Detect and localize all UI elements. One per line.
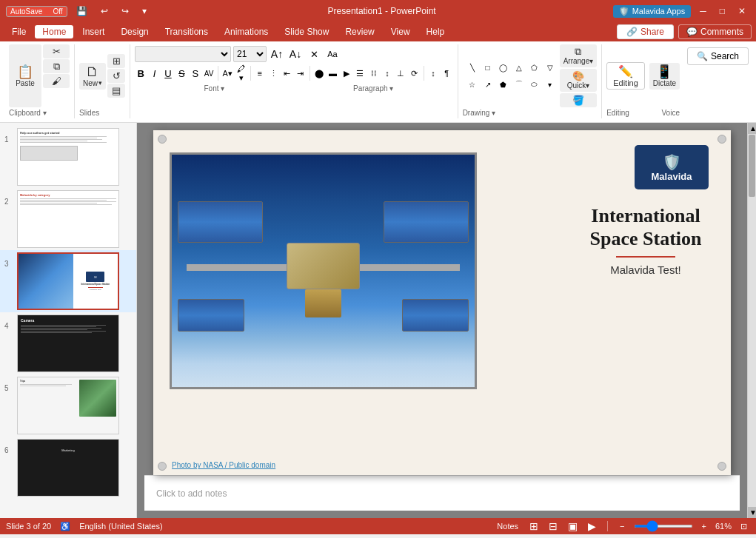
bullets-button[interactable]: ≡	[254, 65, 266, 81]
slide-title-area[interactable]: International Space Station Malavida Tes…	[575, 204, 716, 276]
fit-slide-button[interactable]: ⊡	[737, 521, 750, 532]
menu-transitions[interactable]: Transitions	[158, 25, 215, 38]
slide-thumb-5[interactable]: 5 Trips	[0, 374, 136, 437]
new-slide-button[interactable]: 🗋 New ▾	[79, 63, 106, 90]
shape-9[interactable]: ⬟	[495, 76, 512, 93]
menu-view[interactable]: View	[384, 25, 418, 38]
shape-10[interactable]: ⌒	[511, 76, 527, 93]
autosave-badge[interactable]: AutoSave Off	[6, 6, 67, 17]
section-button[interactable]: ▤	[107, 84, 125, 98]
increase-indent-button[interactable]: ⇥	[295, 65, 307, 81]
search-button[interactable]: 🔍 Search	[687, 47, 749, 65]
shape-1[interactable]: ╲	[464, 59, 481, 75]
slide-thumb-3[interactable]: 3 M International Space Station Malavida…	[0, 250, 136, 312]
shadow-button[interactable]: S	[190, 65, 201, 81]
shape-2[interactable]: □	[480, 59, 496, 75]
underline-button[interactable]: U	[162, 65, 174, 81]
menu-file[interactable]: File	[4, 25, 33, 38]
menu-slideshow[interactable]: Slide Show	[277, 25, 336, 38]
shape-5[interactable]: ⬠	[526, 59, 543, 75]
columns-button[interactable]: ⁞⁞	[367, 65, 379, 81]
zoom-slider[interactable]	[634, 525, 693, 528]
copy-button[interactable]: ⧉	[43, 59, 70, 73]
align-left-button[interactable]: ⬤	[313, 65, 325, 81]
smartart-button[interactable]: ⟳	[409, 65, 421, 81]
format-painter-button[interactable]: 🖌	[43, 74, 70, 88]
shape-3[interactable]: ◯	[495, 59, 512, 75]
align-right-button[interactable]: ▶	[341, 65, 352, 81]
shape-8[interactable]: ↗	[480, 76, 496, 93]
close-button[interactable]: ✕	[734, 4, 750, 18]
menu-design[interactable]: Design	[113, 25, 155, 38]
share-button[interactable]: 🔗 Share	[617, 24, 674, 39]
quick-styles-button[interactable]: 🎨 Quick▾	[560, 69, 598, 92]
customize-button[interactable]: ▾	[138, 4, 151, 18]
accessibility-button[interactable]: ♿	[57, 521, 73, 532]
save-button[interactable]: 💾	[72, 4, 92, 18]
minimize-button[interactable]: ─	[695, 4, 711, 18]
shape-7[interactable]: ☆	[464, 76, 481, 93]
notes-toggle-button[interactable]: Notes	[494, 521, 521, 531]
slide-image-2[interactable]: Malavida by category	[17, 190, 119, 248]
decrease-indent-button[interactable]: ⇤	[281, 65, 292, 81]
shape-fill-button[interactable]: 🪣	[560, 93, 598, 107]
comments-button[interactable]: 💬 Comments	[678, 24, 752, 39]
menu-animations[interactable]: Animations	[217, 25, 275, 38]
line-spacing-button[interactable]: ↕	[427, 65, 439, 81]
slide-thumb-2[interactable]: 2 Malavida by category	[0, 188, 136, 250]
layout-button[interactable]: ⊞	[107, 54, 125, 68]
paste-button[interactable]: 📋 Paste	[9, 44, 41, 107]
arrange-button[interactable]: ⧉ Arrange▾	[560, 44, 598, 67]
shape-more[interactable]: ▾	[542, 76, 558, 93]
font-color-button[interactable]: A▾	[221, 65, 233, 81]
font-shrink-button[interactable]: A↓	[287, 46, 304, 62]
slide-thumb-4[interactable]: 4 Camera	[0, 312, 136, 374]
shape-6[interactable]: ▽	[542, 59, 558, 75]
slide-image-frame[interactable]	[170, 152, 477, 389]
editing-indicator[interactable]: ✏️ Editing	[606, 62, 645, 90]
dictate-button[interactable]: 📱 Dictate	[649, 63, 680, 90]
scroll-thumb[interactable]	[749, 135, 755, 197]
slide-panel[interactable]: 1 Help our authors get started 2 Malavid…	[0, 123, 137, 518]
maximize-button[interactable]: □	[715, 4, 729, 18]
align-center-button[interactable]: ▬	[327, 65, 338, 81]
change-case-button[interactable]: Aa	[324, 46, 341, 62]
photo-credit[interactable]: Photo by NASA / Public domain	[172, 461, 275, 469]
slideshow-button[interactable]: ▶	[586, 519, 598, 533]
menu-home[interactable]: Home	[35, 25, 73, 38]
highlight-button[interactable]: 🖍▾	[235, 65, 247, 81]
font-family-select[interactable]	[135, 46, 231, 62]
font-grow-button[interactable]: A↑	[269, 46, 285, 62]
align-text-button[interactable]: ⊥	[395, 65, 407, 81]
numbering-button[interactable]: ⋮	[267, 65, 279, 81]
strikethrough-button[interactable]: S	[175, 65, 187, 81]
reading-view-button[interactable]: ▣	[566, 519, 580, 533]
notes-area[interactable]: Click to add notes	[144, 475, 740, 511]
scroll-up-button[interactable]: ▲	[748, 123, 756, 134]
menu-insert[interactable]: Insert	[75, 25, 112, 38]
slide-thumb-1[interactable]: 1 Help our authors get started	[0, 126, 136, 188]
scroll-down-button[interactable]: ▼	[748, 507, 756, 518]
slide-canvas[interactable]: 🛡️ Malavida International Space Station …	[153, 130, 731, 475]
slide-image-1[interactable]: Help our authors get started	[17, 128, 119, 186]
cut-button[interactable]: ✂	[43, 44, 70, 58]
slide-image-3[interactable]: M International Space Station Malavida T…	[17, 252, 119, 310]
justify-button[interactable]: ☰	[354, 65, 366, 81]
undo-button[interactable]: ↩	[96, 4, 113, 18]
paragraph-spacing-button[interactable]: ¶	[441, 65, 452, 81]
shape-4[interactable]: △	[511, 59, 527, 75]
slide-sorter-button[interactable]: ⊟	[546, 519, 560, 533]
slide-image-5[interactable]: Trips	[17, 377, 119, 434]
slide-image-4[interactable]: Camera	[17, 315, 119, 372]
clear-format-button[interactable]: ✕	[306, 46, 322, 62]
canvas-area[interactable]: 🛡️ Malavida International Space Station …	[137, 123, 747, 518]
slide-image-6[interactable]: Marketing	[17, 439, 119, 497]
redo-button[interactable]: ↪	[117, 4, 133, 18]
slide-thumb-6[interactable]: 6 Marketing	[0, 437, 136, 499]
font-size-select[interactable]: 21	[233, 46, 267, 62]
zoom-in-button[interactable]: +	[699, 521, 709, 531]
right-scrollbar[interactable]: ▲ ▼	[747, 123, 756, 518]
menu-review[interactable]: Review	[338, 25, 381, 38]
bold-button[interactable]: B	[135, 65, 147, 81]
menu-help[interactable]: Help	[419, 25, 452, 38]
